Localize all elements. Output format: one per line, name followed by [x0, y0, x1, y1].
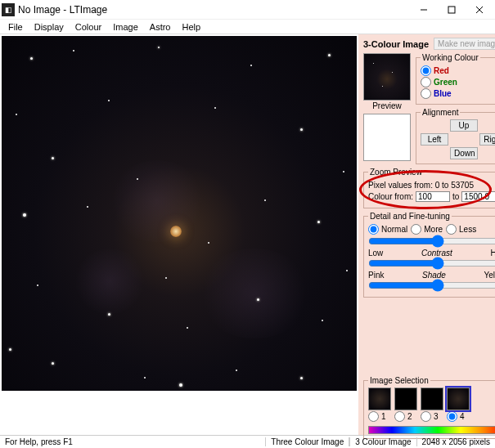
radio-red[interactable]: Red [421, 65, 495, 76]
preview-label: Preview [363, 101, 411, 110]
thumb-4[interactable] [447, 388, 470, 410]
spectrum-bar[interactable] [368, 426, 495, 434]
align-right-button[interactable]: Right [479, 133, 495, 146]
menu-display[interactable]: Display [29, 21, 69, 33]
menu-colour[interactable]: Colour [70, 21, 106, 33]
colour-from-input[interactable] [416, 191, 450, 202]
zoom-preview-fieldset: Zoom Preview Pixel values from: 0 to 537… [363, 168, 495, 208]
radio-thumb-2[interactable]: 2 [394, 411, 417, 422]
radio-less[interactable]: Less [446, 224, 476, 235]
alignment-fieldset: Alignment Up LeftRight Down [416, 108, 495, 164]
shade-slider[interactable] [368, 280, 495, 291]
menubar: File Display Colour Image Astro Help [0, 20, 495, 34]
align-down-button[interactable]: Down [450, 147, 478, 159]
status-dims: 2048 x 2056 pixels [416, 437, 495, 446]
status-kind: 3 Colour Image [349, 437, 416, 446]
svg-rect-1 [448, 7, 455, 13]
align-up-button[interactable]: Up [450, 119, 478, 132]
working-colour-fieldset: Working Colour Red Green Blue [416, 53, 495, 105]
radio-thumb-4[interactable]: 4 [447, 411, 470, 422]
image-selection-legend: Image Selection [368, 376, 430, 385]
galaxy-image[interactable] [2, 36, 357, 391]
make-new-image-button[interactable]: Make new image [434, 38, 495, 50]
detail-slider[interactable] [368, 235, 495, 247]
preview-thumbnail[interactable] [363, 53, 411, 101]
colour-to-input[interactable] [461, 191, 495, 202]
colour-from-label: Colour from: [368, 192, 413, 201]
side-panel: 3-Colour Image Make new image Preview Wo… [358, 34, 495, 435]
titlebar: ◧ No Image - LTImage [0, 0, 495, 20]
status-help: For Help, press F1 [0, 437, 266, 446]
zoom-preview-legend: Zoom Preview [368, 168, 424, 177]
menu-file[interactable]: File [3, 21, 28, 33]
menu-image[interactable]: Image [108, 21, 143, 33]
zoom-preview-box[interactable] [363, 114, 411, 161]
pixel-values-label: Pixel values from: 0 to 53705 [368, 181, 474, 190]
radio-thumb-3[interactable]: 3 [421, 411, 443, 422]
radio-more[interactable]: More [411, 224, 443, 235]
status-mode: Three Colour Image [266, 437, 349, 446]
menu-astro[interactable]: Astro [145, 21, 176, 33]
app-icon: ◧ [2, 3, 15, 16]
menu-help[interactable]: Help [177, 21, 205, 33]
image-viewer [0, 34, 358, 433]
radio-thumb-1[interactable]: 1 [368, 411, 391, 422]
minimize-button[interactable] [410, 1, 438, 19]
statusbar: For Help, press F1 Three Colour Image 3 … [0, 435, 495, 448]
thumb-1[interactable] [368, 388, 391, 410]
fine-tuning-legend: Detail and Fine-tuning [368, 212, 452, 221]
main-area: 3-Colour Image Make new image Preview Wo… [0, 34, 495, 435]
image-selection-fieldset: Image Selection 1 2 3 4 [363, 376, 495, 439]
radio-normal[interactable]: Normal [368, 224, 407, 235]
colour-to-label: to [452, 192, 459, 201]
close-button[interactable] [466, 1, 493, 19]
maximize-button[interactable] [438, 1, 466, 19]
thumb-2[interactable] [394, 388, 417, 410]
fine-tuning-fieldset: Detail and Fine-tuning Normal More Less … [363, 212, 495, 298]
working-colour-legend: Working Colour [421, 53, 480, 62]
contrast-slider[interactable] [368, 258, 495, 269]
panel-title: 3-Colour Image [363, 39, 429, 49]
radio-green[interactable]: Green [421, 77, 495, 87]
thumb-3[interactable] [421, 388, 443, 410]
preview-block: Preview [363, 53, 411, 168]
radio-blue[interactable]: Blue [421, 88, 495, 99]
window-title: No Image - LTImage [18, 4, 410, 16]
align-left-button[interactable]: Left [421, 133, 448, 146]
alignment-legend: Alignment [421, 108, 460, 117]
